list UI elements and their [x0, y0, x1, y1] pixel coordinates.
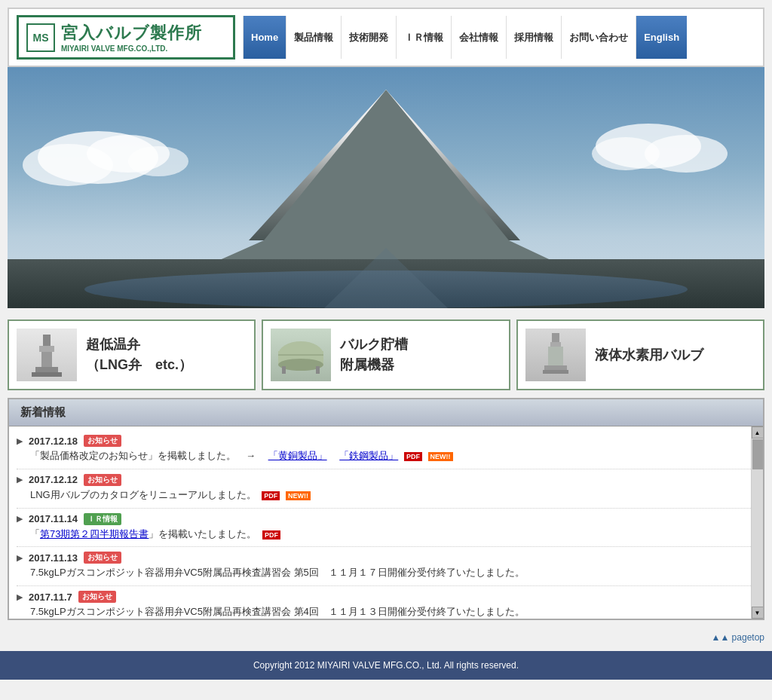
svg-rect-17: [43, 335, 51, 346]
nav-ir[interactable]: ＩＲ情報: [396, 16, 451, 59]
logo-ms-badge: MS: [26, 23, 55, 52]
news-item: ▶ 2017.12.18 お知らせ 「製品価格改定のお知らせ」を掲載しました。 …: [17, 430, 755, 469]
scroll-thumb[interactable]: [752, 439, 763, 469]
scroll-up-button[interactable]: ▲: [752, 426, 764, 439]
footer: Copyright 2012 MIYAIRI VALVE MFG.CO., Lt…: [0, 651, 772, 680]
svg-point-4: [128, 146, 188, 176]
nav-english[interactable]: English: [636, 16, 687, 59]
news-arrow-icon: ▶: [17, 475, 23, 484]
pdf-icon: PDF: [262, 527, 280, 543]
news-badge: お知らせ: [84, 435, 121, 447]
news-item: ▶ 2017.11.7 お知らせ 7.5kgLPガスコンポジット容器用弁VC5附…: [17, 586, 755, 619]
news-text: 「第73期第２四半期報告書」を掲載いたしました。 PDF: [17, 527, 755, 543]
product-title-bulk: バルク貯槽 附属機器: [340, 335, 408, 375]
logo-text-area: 宮入バルブ製作所 MIYAIRI VALVE MFG.CO.,LTD.: [61, 22, 202, 53]
nav-company[interactable]: 会社情報: [451, 16, 506, 59]
news-section: 新着情報 ▶ 2017.12.18 お知らせ 「製品価格改定のお知らせ」を掲載し…: [8, 398, 764, 620]
logo-company-jp: 宮入バルブ製作所: [61, 22, 202, 44]
new-icon: NEW!!: [428, 448, 453, 464]
nav-tech[interactable]: 技術開発: [341, 16, 396, 59]
news-link-steel[interactable]: 「鉄鋼製品」: [339, 450, 398, 461]
news-list: ▶ 2017.12.18 お知らせ 「製品価格改定のお知らせ」を掲載しました。 …: [9, 426, 763, 619]
news-date: 2017.12.12: [29, 474, 78, 485]
product-card-bulk[interactable]: バルク貯槽 附属機器: [262, 319, 510, 390]
pagetop-arrows: ▲▲: [712, 632, 732, 643]
news-date: 2017.12.18: [29, 436, 78, 447]
pdf-icon: PDF: [262, 488, 280, 503]
svg-rect-32: [543, 370, 568, 374]
news-arrow-icon: ▶: [17, 553, 23, 563]
svg-point-7: [592, 137, 660, 170]
news-arrow-icon: ▶: [17, 436, 23, 446]
product-card-cryogenic[interactable]: 超低温弁 （LNG弁 etc.）: [8, 319, 256, 390]
product-thumb-cryogenic: [17, 329, 77, 381]
svg-rect-19: [41, 352, 52, 367]
news-text: 7.5kgLPガスコンポジット容器用弁VC5附属品再検査講習会 第4回 １１月１…: [17, 604, 755, 619]
main-nav: Home 製品情報 技術開発 ＩＲ情報 会社情報 採用情報 お問い合わせ Eng…: [243, 16, 763, 59]
logo-company-en: MIYAIRI VALVE MFG.CO.,LTD.: [61, 44, 202, 53]
pagetop-label: pagetop: [732, 632, 764, 643]
svg-rect-18: [39, 346, 54, 352]
news-header: 新着情報: [9, 399, 763, 426]
product-title-hydrogen: 液体水素用バルブ: [595, 345, 703, 365]
scroll-track: [752, 439, 763, 607]
product-thumb-hydrogen: [525, 329, 586, 381]
svg-rect-28: [552, 333, 559, 342]
news-badge: お知らせ: [78, 591, 116, 603]
news-badge: お知らせ: [84, 474, 121, 486]
product-card-hydrogen[interactable]: 液体水素用バルブ: [516, 319, 764, 390]
svg-rect-29: [550, 342, 561, 347]
news-badge: ＩＲ情報: [84, 513, 121, 525]
nav-recruit[interactable]: 採用情報: [506, 16, 561, 59]
news-date: 2017.11.14: [29, 513, 78, 524]
news-item: ▶ 2017.11.14 ＩＲ情報 「第73期第２四半期報告書」を掲載いたしまし…: [17, 509, 755, 548]
scroll-down-button[interactable]: ▼: [752, 607, 764, 619]
svg-rect-26: [316, 366, 320, 374]
news-date: 2017.11.13: [29, 552, 78, 564]
news-scrollbar[interactable]: ▲ ▼: [751, 426, 763, 619]
product-thumb-bulk: [271, 329, 331, 381]
product-title-cryogenic: 超低温弁 （LNG弁 etc.）: [86, 335, 192, 375]
news-badge: お知らせ: [84, 552, 121, 564]
news-link-report[interactable]: 第73期第２四半期報告書: [40, 528, 149, 540]
product-cards: 超低温弁 （LNG弁 etc.） バルク貯槽 附属機器: [8, 319, 764, 390]
news-body: ▶ 2017.12.18 お知らせ 「製品価格改定のお知らせ」を掲載しました。 …: [9, 426, 763, 619]
pagetop-area[interactable]: ▲▲ pagetop: [0, 628, 772, 647]
news-item: ▶ 2017.11.13 お知らせ 7.5kgLPガスコンポジット容器用弁VC5…: [17, 547, 755, 586]
copyright-text: Copyright 2012 MIYAIRI VALVE MFG.CO., Lt…: [253, 660, 519, 671]
nav-home[interactable]: Home: [243, 16, 286, 59]
news-link-brass[interactable]: 「黄銅製品」: [268, 450, 327, 461]
news-date: 2017.11.7: [29, 591, 72, 603]
nav-products[interactable]: 製品情報: [286, 16, 341, 59]
svg-rect-25: [282, 366, 286, 374]
news-arrow-icon: ▶: [17, 514, 23, 524]
svg-rect-30: [548, 347, 563, 365]
news-text: LNG用バルブのカタログをリニューアルしました。 PDF NEW!!: [17, 488, 755, 503]
news-item: ▶ 2017.12.12 お知らせ LNG用バルブのカタログをリニューアルしまし…: [17, 469, 755, 509]
pdf-icon: PDF: [404, 448, 422, 464]
svg-rect-21: [32, 372, 62, 377]
hero-image: [8, 67, 764, 308]
news-text: 「製品価格改定のお知らせ」を掲載しました。 → 「黄銅製品」 「鉄鋼製品」 PD…: [17, 448, 755, 464]
news-text: 7.5kgLPガスコンポジット容器用弁VC5附属品再検査講習会 第5回 １１月１…: [17, 565, 755, 581]
new-icon: NEW!!: [286, 488, 311, 503]
news-arrow-icon: ▶: [17, 592, 23, 602]
nav-contact[interactable]: お問い合わせ: [561, 16, 636, 59]
